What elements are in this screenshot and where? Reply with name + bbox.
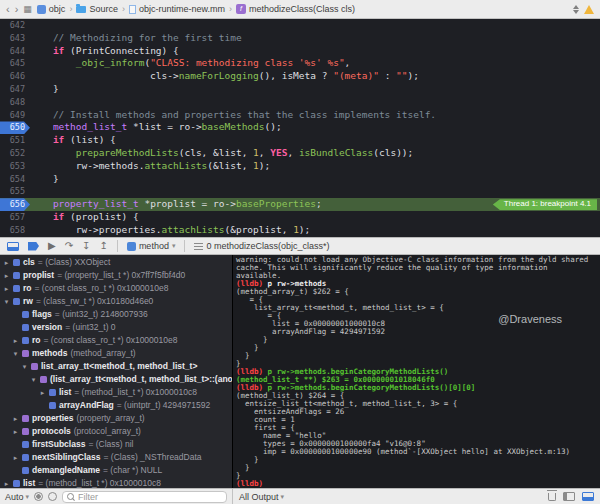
- disclosure-triangle-icon[interactable]: ▸: [39, 386, 46, 399]
- variable-row[interactable]: ▸protocols(protocol_array_t): [0, 425, 232, 438]
- code-line[interactable]: 655: [0, 185, 600, 198]
- variable-row[interactable]: ▸list= (method_list_t *) 0x1000010c8: [0, 386, 232, 399]
- line-number[interactable]: 651: [0, 134, 30, 147]
- breadcrumb-item[interactable]: fmethodizeClass(Class cls): [236, 4, 355, 14]
- related-items-icon[interactable]: ▦: [23, 4, 32, 14]
- line-number[interactable]: 648: [0, 96, 30, 109]
- line-number[interactable]: 644: [0, 45, 30, 58]
- disclosure-triangle-icon[interactable]: ▸: [12, 425, 19, 438]
- line-number[interactable]: 654: [0, 173, 30, 186]
- breakpoint-marker[interactable]: 650: [0, 121, 30, 134]
- variable-value: = (class_rw_t *) 0x10180d46e0: [36, 295, 153, 308]
- code-line[interactable]: 656 property_list_t *proplist = ro->base…: [0, 198, 600, 211]
- step-into-button[interactable]: ↧: [82, 241, 90, 251]
- code-line[interactable]: 653 rw->methods.attachLists(&list, 1);: [0, 160, 600, 173]
- code-line[interactable]: 658 rw->properties.attachLists(&proplist…: [0, 224, 600, 237]
- step-over-button[interactable]: ↷: [65, 241, 73, 251]
- breakpoint-marker[interactable]: 656: [0, 198, 30, 211]
- disclosure-triangle-icon[interactable]: ▸: [3, 477, 10, 488]
- trash-icon[interactable]: [548, 493, 556, 501]
- hide-debug-area-button[interactable]: [7, 242, 19, 251]
- show-values-icon[interactable]: [34, 492, 43, 501]
- variable-row[interactable]: version= (uint32_t) 0: [0, 321, 232, 334]
- line-number[interactable]: 649: [0, 109, 30, 122]
- disclosure-triangle-icon[interactable]: ▸: [12, 451, 19, 464]
- line-number[interactable]: 658: [0, 224, 30, 237]
- code-line[interactable]: 650 method_list_t *list = ro->baseMethod…: [0, 121, 600, 134]
- variable-row[interactable]: ▸properties(property_array_t): [0, 412, 232, 425]
- breadcrumb-item[interactable]: objc-runtime-new.mm: [129, 4, 225, 14]
- variable-row[interactable]: ▸list= (method_list_t *) 0x1000010c8: [0, 477, 232, 488]
- variable-value: = (Class) XXObject: [38, 256, 111, 269]
- variable-row[interactable]: ▾(list_array_tt<method_t, method_list_t>…: [0, 373, 232, 386]
- console-line: }: [233, 336, 600, 344]
- output-selector[interactable]: All Output ▾: [239, 492, 284, 502]
- variable-row[interactable]: ▸proplist= (property_list_t *) 0x7ff7f5f…: [0, 269, 232, 282]
- code-line[interactable]: 651 if (list) {: [0, 134, 600, 147]
- warning-icon[interactable]: [584, 5, 594, 14]
- flag-icon[interactable]: [48, 492, 57, 501]
- variables-panel[interactable]: ▸cls= (Class) XXObject▸proplist= (proper…: [0, 255, 233, 488]
- code-line[interactable]: 644 if (PrintConnecting) {: [0, 45, 600, 58]
- breadcrumb-item[interactable]: objc: [37, 4, 66, 14]
- disclosure-triangle-icon[interactable]: ▾: [30, 373, 37, 386]
- variable-row[interactable]: ▸ro= (const class_ro_t *) 0x1000010e8: [0, 282, 232, 295]
- code-line[interactable]: 649 // Install methods and properties th…: [0, 109, 600, 122]
- code-line[interactable]: 654 }: [0, 173, 600, 186]
- code-line[interactable]: 652 prepareMethodLists(cls, &list, 1, YE…: [0, 147, 600, 160]
- variable-row[interactable]: demangledName= (char *) NULL: [0, 464, 232, 477]
- line-number[interactable]: 655: [0, 185, 30, 198]
- code-editor[interactable]: 642643 // Methodizing for the first time…: [0, 19, 600, 237]
- chevron-down-icon: ▾: [26, 493, 30, 501]
- dock-left-icon[interactable]: [563, 492, 575, 501]
- variable-row[interactable]: ▸cls= (Class) XXObject: [0, 256, 232, 269]
- disclosure-triangle-icon[interactable]: ▸: [3, 269, 10, 282]
- variable-row[interactable]: arrayAndFlag= (uintptr_t) 4294971592: [0, 399, 232, 412]
- disclosure-triangle-icon[interactable]: ▸: [12, 334, 19, 347]
- code-line[interactable]: 643 // Methodizing for the first time: [0, 32, 600, 45]
- counterparts-icon[interactable]: [573, 5, 579, 14]
- breadcrumb-item[interactable]: Source: [76, 4, 118, 14]
- code-line[interactable]: 645 _objc_inform("CLASS: methodizing cla…: [0, 57, 600, 70]
- console-line: arrayAndFlag = 4294971592: [233, 328, 600, 336]
- variables-filter-input[interactable]: Filter: [62, 491, 227, 503]
- process-selector[interactable]: method ▾: [127, 241, 176, 251]
- line-number[interactable]: 653: [0, 160, 30, 173]
- variable-type-icon: [22, 350, 29, 357]
- back-button[interactable]: ‹: [6, 4, 10, 15]
- output-label: All Output: [239, 492, 279, 502]
- line-number[interactable]: 647: [0, 83, 30, 96]
- code-line[interactable]: 646 cls->nameForLogging(), isMeta ? "(me…: [0, 70, 600, 83]
- line-number[interactable]: 643: [0, 32, 30, 45]
- variable-row[interactable]: ▸ro= (const class_ro_t *) 0x1000010e8: [0, 334, 232, 347]
- variable-row[interactable]: ▾rw= (class_rw_t *) 0x10180d46e0: [0, 295, 232, 308]
- code-line[interactable]: 647 }: [0, 83, 600, 96]
- line-number[interactable]: 652: [0, 147, 30, 160]
- code-line[interactable]: 657 if (proplist) {: [0, 211, 600, 224]
- breakpoints-toggle-button[interactable]: [28, 242, 39, 251]
- variable-row[interactable]: ▾methods(method_array_t): [0, 347, 232, 360]
- variable-row[interactable]: flags= (uint32_t) 2148007936: [0, 308, 232, 321]
- disclosure-triangle-icon[interactable]: ▾: [12, 347, 19, 360]
- line-number[interactable]: 657: [0, 211, 30, 224]
- variable-row[interactable]: ▾list_array_tt<method_t, method_list_t>: [0, 360, 232, 373]
- console-panel[interactable]: warning: could not load any Objective-C …: [233, 255, 600, 488]
- dock-bottom-icon[interactable]: [582, 492, 594, 501]
- code-line[interactable]: 648: [0, 96, 600, 109]
- forward-button[interactable]: ›: [15, 4, 19, 15]
- scope-selector[interactable]: Auto ▾: [5, 492, 29, 502]
- disclosure-triangle-icon[interactable]: ▸: [12, 412, 19, 425]
- step-out-button[interactable]: ↥: [99, 241, 107, 251]
- stack-frame-selector[interactable]: 0 methodizeClass(objc_class*): [194, 241, 329, 251]
- line-number[interactable]: 645: [0, 57, 30, 70]
- line-number[interactable]: 646: [0, 70, 30, 83]
- variable-row[interactable]: ▸nextSiblingClass= (Class) _NSThreadData: [0, 451, 232, 464]
- disclosure-triangle-icon[interactable]: ▸: [3, 256, 10, 269]
- code-line[interactable]: 642: [0, 19, 600, 32]
- disclosure-triangle-icon[interactable]: ▸: [3, 282, 10, 295]
- disclosure-triangle-icon[interactable]: ▾: [21, 360, 28, 373]
- variable-row[interactable]: firstSubclass= (Class) nil: [0, 438, 232, 451]
- line-number[interactable]: 642: [0, 19, 30, 32]
- continue-button[interactable]: ▶: [48, 241, 56, 251]
- disclosure-triangle-icon[interactable]: ▾: [3, 295, 10, 308]
